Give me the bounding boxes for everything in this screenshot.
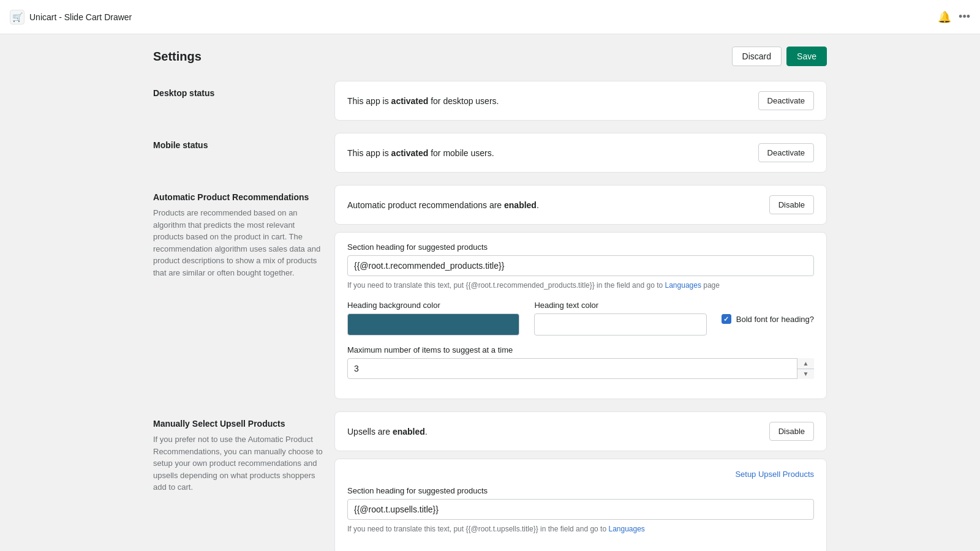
auto-rec-status-text: Automatic product recommendations are en… <box>347 200 539 210</box>
bold-label: Bold font for heading? <box>736 315 814 324</box>
desktop-status-title: Desktop status <box>153 88 325 98</box>
spinner-up[interactable]: ▲ <box>797 358 814 369</box>
auto-recommendations-desc: Products are recommended based on an alg… <box>153 207 325 279</box>
upsell-status-row: Upsells are enabled. Disable <box>347 422 814 441</box>
section-heading-input[interactable] <box>347 255 814 276</box>
desktop-status-section: Desktop status This app is activated for… <box>153 81 827 121</box>
mobile-status-section: Mobile status This app is activated for … <box>153 133 827 173</box>
upsell-section: Manually Select Upsell Products If you p… <box>153 411 827 551</box>
desktop-status-row: This app is activated for desktop users.… <box>347 91 814 110</box>
more-icon[interactable]: ••• <box>959 10 970 23</box>
mobile-status-card-area: This app is activated for mobile users. … <box>334 133 827 173</box>
mobile-status-row: This app is activated for mobile users. … <box>347 143 814 162</box>
heading-text-color-swatch[interactable] <box>534 313 706 335</box>
upsell-form-card: Setup Upsell Products Section heading fo… <box>334 459 827 551</box>
app-icon: 🛒 <box>10 10 24 24</box>
heading-bg-color-label: Heading background color <box>347 301 519 310</box>
upsell-disable-button[interactable]: Disable <box>769 422 814 441</box>
setup-link-area: Setup Upsell Products <box>347 469 814 479</box>
desktop-deactivate-button[interactable]: Deactivate <box>758 91 814 110</box>
setup-upsell-link[interactable]: Setup Upsell Products <box>735 470 814 479</box>
mobile-deactivate-button[interactable]: Deactivate <box>758 143 814 162</box>
upsell-status-text: Upsells are enabled. <box>347 427 428 437</box>
auto-recommendations-section: Automatic Product Recommendations Produc… <box>153 185 827 399</box>
desktop-status-text: This app is activated for desktop users. <box>347 96 499 106</box>
number-spinners: ▲ ▼ <box>797 358 814 379</box>
app-title: Unicart - Slide Cart Drawer <box>29 12 132 22</box>
upsell-heading-label: Section heading for suggested products <box>347 486 814 495</box>
color-row: Heading background color Heading text co… <box>347 301 814 335</box>
desktop-status-card-area: This app is activated for desktop users.… <box>334 81 827 121</box>
section-heading-group: Section heading for suggested products I… <box>347 242 814 291</box>
desktop-status-card: This app is activated for desktop users.… <box>334 81 827 121</box>
heading-text-color-label: Heading text color <box>534 301 706 310</box>
auto-rec-form-card: Section heading for suggested products I… <box>334 232 827 399</box>
save-button[interactable]: Save <box>786 47 827 66</box>
max-items-label: Maximum number of items to suggest at a … <box>347 345 814 354</box>
bell-icon[interactable]: 🔔 <box>938 10 951 24</box>
upsell-title: Manually Select Upsell Products <box>153 419 325 429</box>
max-items-input[interactable] <box>347 358 814 379</box>
top-bar-left: 🛒 Unicart - Slide Cart Drawer <box>10 10 132 24</box>
languages-link-rec[interactable]: Languages <box>665 281 701 290</box>
heading-bg-color-group: Heading background color <box>347 301 519 335</box>
top-bar-right: 🔔 ••• <box>938 10 970 24</box>
upsell-desc: If you prefer not to use the Automatic P… <box>153 433 325 493</box>
upsell-heading-input[interactable] <box>347 499 814 520</box>
auto-rec-disable-button[interactable]: Disable <box>769 195 814 214</box>
mobile-status-title: Mobile status <box>153 140 325 150</box>
page-wrapper: Settings Discard Save Desktop status Thi… <box>0 34 980 551</box>
spinner-down[interactable]: ▼ <box>797 369 814 380</box>
desktop-status-label: Desktop status <box>153 81 325 121</box>
mobile-status-label: Mobile status <box>153 133 325 173</box>
bold-checkbox[interactable] <box>722 314 731 324</box>
page-title: Settings <box>153 50 202 64</box>
max-items-group: Maximum number of items to suggest at a … <box>347 345 814 379</box>
auto-recommendations-cards: Automatic product recommendations are en… <box>334 185 827 399</box>
discard-button[interactable]: Discard <box>732 47 782 66</box>
upsell-status-card: Upsells are enabled. Disable <box>334 411 827 451</box>
upsell-heading-group: Section heading for suggested products I… <box>347 486 814 534</box>
page-header: Settings Discard Save <box>153 47 827 66</box>
content-area: Settings Discard Save Desktop status Thi… <box>153 47 827 551</box>
header-actions: Discard Save <box>732 47 827 66</box>
upsell-label: Manually Select Upsell Products If you p… <box>153 411 325 551</box>
bold-option-group: Bold font for heading? <box>722 301 814 324</box>
upsell-heading-hint: If you need to translate this text, put … <box>347 523 814 534</box>
auto-recommendations-title: Automatic Product Recommendations <box>153 192 325 202</box>
mobile-status-text: This app is activated for mobile users. <box>347 148 494 158</box>
mobile-status-card: This app is activated for mobile users. … <box>334 133 827 173</box>
auto-rec-status-card: Automatic product recommendations are en… <box>334 185 827 225</box>
languages-link-upsell[interactable]: Languages <box>608 525 644 533</box>
heading-bg-color-swatch[interactable] <box>347 313 519 335</box>
top-bar: 🛒 Unicart - Slide Cart Drawer 🔔 ••• <box>0 0 980 34</box>
upsell-cards: Upsells are enabled. Disable Setup Upsel… <box>334 411 827 551</box>
auto-recommendations-label: Automatic Product Recommendations Produc… <box>153 185 325 399</box>
heading-text-color-group: Heading text color <box>534 301 706 335</box>
auto-rec-status-row: Automatic product recommendations are en… <box>347 195 814 214</box>
section-heading-label: Section heading for suggested products <box>347 242 814 252</box>
max-items-input-group: ▲ ▼ <box>347 358 814 379</box>
section-heading-hint: If you need to translate this text, put … <box>347 280 814 291</box>
